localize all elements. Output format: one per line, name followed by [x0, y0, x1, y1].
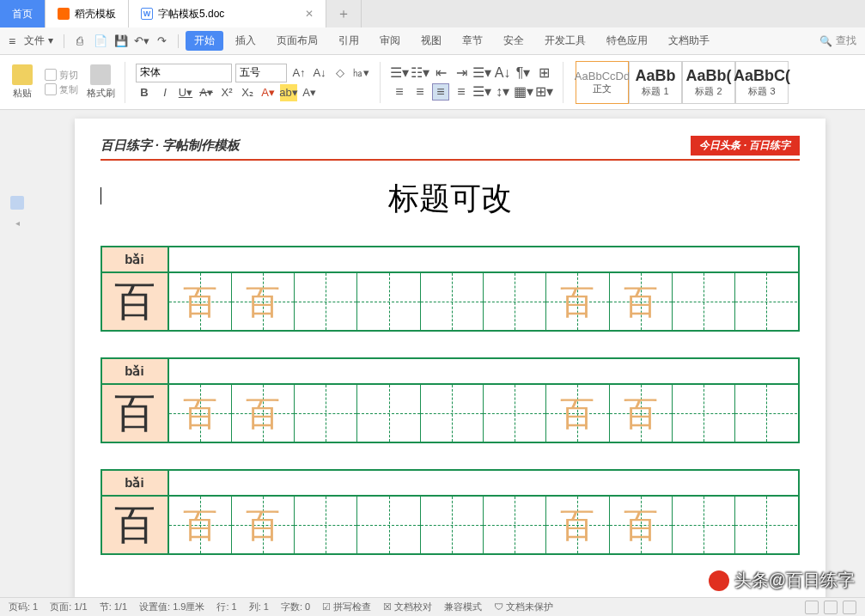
print-icon[interactable]: ⎙: [71, 33, 88, 50]
tab-doc-label: 字帖模板5.doc: [158, 7, 224, 21]
status-page[interactable]: 页码: 1: [9, 601, 38, 613]
format-painter-button[interactable]: 格式刷: [85, 64, 116, 100]
italic-button[interactable]: I: [156, 84, 174, 101]
font-select[interactable]: [136, 64, 232, 82]
menu-file[interactable]: 文件 ▾: [21, 34, 56, 48]
gutter-arrow-icon[interactable]: ◂: [15, 218, 20, 228]
doc-title[interactable]: 标题可改: [101, 178, 800, 220]
practice-cell: 百: [169, 273, 232, 330]
underline-button[interactable]: U▾: [177, 84, 194, 101]
practice-row: bǎi百百百百百: [101, 246, 800, 332]
sub-button[interactable]: X₂: [239, 84, 256, 101]
spacing-button[interactable]: ☰▾: [473, 64, 490, 82]
menu-dev[interactable]: 开发工具: [536, 31, 594, 51]
view2-icon[interactable]: [824, 601, 838, 614]
numbering-button[interactable]: ☷▾: [411, 64, 429, 82]
menu-ref[interactable]: 引用: [330, 31, 368, 51]
close-icon[interactable]: ✕: [305, 8, 314, 20]
menu-special[interactable]: 特色应用: [598, 31, 656, 51]
status-setval[interactable]: 设置值: 1.9厘米: [139, 601, 204, 613]
status-section[interactable]: 节: 1/1: [100, 601, 127, 613]
pinyin: bǎi: [102, 359, 168, 385]
practice-cell: [421, 273, 484, 330]
status-row[interactable]: 行: 1: [216, 601, 236, 613]
menu-safe[interactable]: 安全: [495, 31, 533, 51]
redo-icon[interactable]: ↷: [154, 33, 171, 50]
font-color-button[interactable]: A▾: [259, 84, 277, 101]
menu-insert[interactable]: 插入: [227, 31, 265, 51]
style-normal[interactable]: AaBbCcDd正文: [576, 61, 629, 104]
menu-start[interactable]: 开始: [186, 31, 223, 51]
undo-icon[interactable]: ↶▾: [133, 33, 150, 50]
super-button[interactable]: X²: [218, 84, 235, 101]
practice-cell: 百: [169, 385, 232, 442]
columns-button[interactable]: ⊞: [535, 64, 552, 82]
status-col[interactable]: 列: 1: [249, 601, 269, 613]
view-icon[interactable]: [805, 601, 819, 614]
align-justify-button[interactable]: ≡: [453, 83, 470, 101]
docer-icon: [58, 8, 70, 20]
clear-format-icon[interactable]: ◇: [332, 64, 349, 82]
menu-chapter[interactable]: 章节: [454, 31, 491, 51]
practice-cell: 百: [169, 497, 232, 553]
strike-button[interactable]: A▾: [198, 84, 215, 101]
cut-button[interactable]: 剪切: [45, 69, 78, 82]
effects-button[interactable]: A▾: [301, 84, 318, 101]
practice-cell: [357, 385, 420, 442]
status-proof[interactable]: ☒ 文档校对: [383, 601, 432, 613]
align-right-button[interactable]: ≡: [432, 83, 449, 101]
menu-layout[interactable]: 页面布局: [268, 31, 326, 51]
paste-icon: [12, 64, 33, 85]
sort-button[interactable]: A↓: [494, 64, 511, 82]
align-center-button[interactable]: ≡: [411, 83, 429, 101]
hamburger-icon[interactable]: ≡: [9, 34, 15, 48]
gutter-icon[interactable]: [10, 196, 24, 210]
search-button[interactable]: 🔍 查找: [819, 34, 856, 48]
indent-button[interactable]: ⇥: [453, 64, 470, 82]
cut-icon: [45, 69, 57, 81]
paste-button[interactable]: 粘贴: [7, 64, 38, 100]
grow-font-icon[interactable]: A↑: [290, 64, 308, 82]
status-pages[interactable]: 页面: 1/1: [50, 601, 87, 613]
preview-icon[interactable]: 📄: [92, 33, 109, 50]
bullets-button[interactable]: ☰▾: [391, 64, 408, 82]
style-h1[interactable]: AaBb标题 1: [629, 61, 682, 104]
status-chars[interactable]: 字数: 0: [281, 601, 310, 613]
shrink-font-icon[interactable]: A↓: [311, 64, 328, 82]
practice-cell: 百: [546, 497, 609, 553]
style-h2[interactable]: AaBb(标题 2: [682, 61, 735, 104]
brush-icon: [90, 64, 111, 85]
tab-add[interactable]: ＋: [326, 0, 362, 27]
view3-icon[interactable]: [843, 601, 856, 614]
practice-cell: [357, 273, 420, 330]
char-style-icon[interactable]: ㏊▾: [352, 64, 369, 82]
tab-home[interactable]: 首页: [0, 0, 46, 27]
highlight-button[interactable]: ab▾: [280, 84, 297, 101]
status-compat[interactable]: 兼容模式: [444, 601, 482, 613]
align-left-button[interactable]: ≡: [391, 83, 408, 101]
outdent-button[interactable]: ⇤: [432, 64, 449, 82]
menu-review[interactable]: 审阅: [371, 31, 409, 51]
menu-helper[interactable]: 文档助手: [660, 31, 718, 51]
copy-button[interactable]: 复制: [45, 83, 78, 96]
tab-docer[interactable]: 稻壳模板: [46, 0, 129, 27]
bold-button[interactable]: B: [136, 84, 153, 101]
practice-cell: 百: [610, 385, 673, 442]
style-h3[interactable]: AaBbC(标题 3: [735, 61, 789, 104]
status-protect[interactable]: 🛡 文档未保护: [494, 601, 553, 613]
left-gutter: ◂: [0, 110, 34, 605]
borders-button[interactable]: ⊞▾: [535, 83, 552, 101]
word-icon: W: [141, 8, 153, 20]
save-icon[interactable]: 💾: [113, 33, 130, 50]
size-select[interactable]: [235, 64, 287, 82]
distribute-button[interactable]: ☰▾: [473, 83, 490, 101]
document-page[interactable]: 百日练字 · 字帖制作模板 今日头条 · 百日练字 标题可改 bǎi百百百百百b…: [75, 119, 825, 600]
line-spacing-button[interactable]: ↕▾: [494, 83, 511, 101]
marks-button[interactable]: ¶▾: [515, 64, 532, 82]
status-spell[interactable]: ☑ 拼写检查: [322, 601, 371, 613]
menu-view[interactable]: 视图: [412, 31, 450, 51]
text-cursor: [101, 187, 101, 204]
shading-button[interactable]: ▦▾: [515, 83, 532, 101]
tab-document[interactable]: W字帖模板5.doc✕: [129, 0, 326, 27]
practice-cell: [484, 385, 546, 442]
